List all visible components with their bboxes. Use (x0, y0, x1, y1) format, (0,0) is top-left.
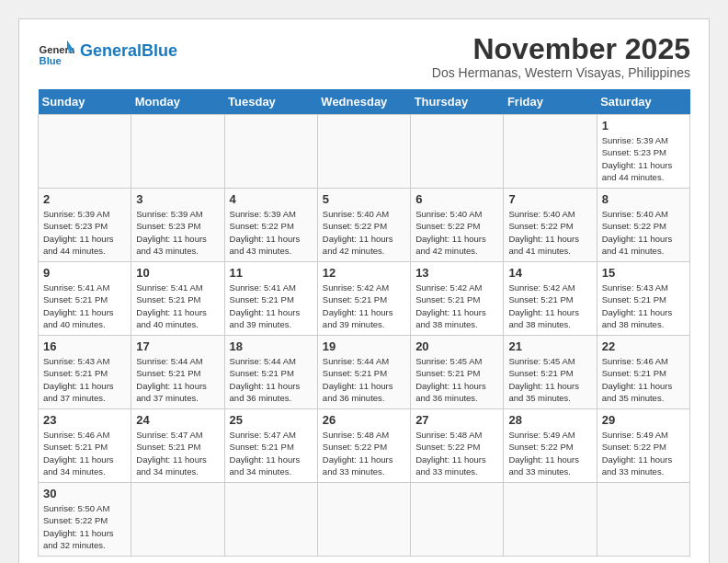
calendar-week-1: 1Sunrise: 5:39 AMSunset: 5:23 PMDaylight… (39, 115, 690, 189)
day-number: 24 (136, 413, 219, 427)
day-number: 26 (323, 413, 405, 427)
subtitle: Dos Hermanas, Western Visayas, Philippin… (432, 65, 690, 80)
calendar-cell: 21Sunrise: 5:45 AMSunset: 5:21 PMDayligh… (504, 336, 597, 409)
day-number: 20 (415, 339, 498, 353)
header-saturday: Saturday (597, 89, 689, 115)
day-info: Sunrise: 5:42 AMSunset: 5:21 PMDaylight:… (508, 282, 591, 330)
day-info: Sunrise: 5:42 AMSunset: 5:21 PMDaylight:… (323, 282, 405, 330)
day-info: Sunrise: 5:43 AMSunset: 5:21 PMDaylight:… (43, 355, 126, 404)
day-number: 25 (230, 413, 313, 427)
day-info: Sunrise: 5:40 AMSunset: 5:22 PMDaylight:… (415, 208, 498, 257)
calendar-cell: 26Sunrise: 5:48 AMSunset: 5:22 PMDayligh… (317, 409, 410, 483)
day-info: Sunrise: 5:40 AMSunset: 5:22 PMDaylight:… (323, 208, 405, 257)
day-number: 15 (602, 266, 685, 280)
day-number: 23 (43, 413, 126, 427)
header-thursday: Thursday (411, 89, 504, 115)
day-info: Sunrise: 5:39 AMSunset: 5:23 PMDaylight:… (602, 134, 685, 183)
logo-icon: General Blue (38, 33, 74, 70)
header-monday: Monday (131, 89, 224, 115)
calendar-cell: 20Sunrise: 5:45 AMSunset: 5:21 PMDayligh… (411, 336, 504, 409)
calendar-cell: 16Sunrise: 5:43 AMSunset: 5:21 PMDayligh… (39, 336, 131, 409)
calendar-cell (504, 483, 597, 557)
calendar-cell: 4Sunrise: 5:39 AMSunset: 5:22 PMDaylight… (224, 189, 317, 262)
calendar-cell (131, 115, 224, 189)
logo: General Blue GeneralBlue (38, 33, 177, 70)
header-friday: Friday (504, 89, 597, 115)
day-number: 22 (602, 339, 685, 353)
calendar-cell: 7Sunrise: 5:40 AMSunset: 5:22 PMDaylight… (504, 189, 597, 262)
day-info: Sunrise: 5:48 AMSunset: 5:22 PMDaylight:… (323, 429, 405, 477)
calendar-week-5: 23Sunrise: 5:46 AMSunset: 5:21 PMDayligh… (39, 409, 690, 483)
title-block: November 2025 Dos Hermanas, Western Visa… (432, 33, 690, 80)
calendar-cell (224, 483, 317, 557)
calendar-cell: 30Sunrise: 5:50 AMSunset: 5:22 PMDayligh… (39, 483, 131, 557)
calendar-cell: 24Sunrise: 5:47 AMSunset: 5:21 PMDayligh… (131, 409, 224, 483)
calendar-cell: 23Sunrise: 5:46 AMSunset: 5:21 PMDayligh… (39, 409, 131, 483)
calendar-cell: 17Sunrise: 5:44 AMSunset: 5:21 PMDayligh… (131, 336, 224, 409)
calendar-cell: 6Sunrise: 5:40 AMSunset: 5:22 PMDaylight… (411, 189, 504, 262)
header-tuesday: Tuesday (224, 89, 317, 115)
day-number: 5 (323, 192, 405, 206)
day-number: 28 (508, 413, 591, 427)
day-info: Sunrise: 5:39 AMSunset: 5:22 PMDaylight:… (230, 208, 313, 257)
calendar-cell (411, 483, 504, 557)
day-number: 13 (415, 266, 498, 280)
calendar-cell: 25Sunrise: 5:47 AMSunset: 5:21 PMDayligh… (224, 409, 317, 483)
day-number: 14 (508, 266, 591, 280)
day-number: 9 (43, 266, 126, 280)
calendar-week-6: 30Sunrise: 5:50 AMSunset: 5:22 PMDayligh… (39, 483, 690, 557)
day-info: Sunrise: 5:41 AMSunset: 5:21 PMDaylight:… (136, 282, 219, 330)
calendar-cell: 18Sunrise: 5:44 AMSunset: 5:21 PMDayligh… (224, 336, 317, 409)
day-number: 2 (43, 192, 126, 206)
calendar-week-4: 16Sunrise: 5:43 AMSunset: 5:21 PMDayligh… (39, 336, 690, 409)
header: General Blue GeneralBlue November 2025 D… (38, 33, 690, 80)
calendar-week-2: 2Sunrise: 5:39 AMSunset: 5:23 PMDaylight… (39, 189, 690, 262)
day-number: 19 (323, 339, 405, 353)
calendar-cell: 10Sunrise: 5:41 AMSunset: 5:21 PMDayligh… (131, 262, 224, 336)
calendar-container: General Blue GeneralBlue November 2025 D… (18, 18, 710, 563)
day-number: 12 (323, 266, 405, 280)
day-info: Sunrise: 5:49 AMSunset: 5:22 PMDaylight:… (508, 429, 591, 477)
day-info: Sunrise: 5:46 AMSunset: 5:21 PMDaylight:… (43, 429, 126, 477)
day-info: Sunrise: 5:46 AMSunset: 5:21 PMDaylight:… (602, 355, 685, 404)
calendar-table: Sunday Monday Tuesday Wednesday Thursday… (38, 89, 690, 557)
calendar-cell: 5Sunrise: 5:40 AMSunset: 5:22 PMDaylight… (317, 189, 410, 262)
calendar-cell: 22Sunrise: 5:46 AMSunset: 5:21 PMDayligh… (597, 336, 689, 409)
day-number: 7 (508, 192, 591, 206)
calendar-cell: 1Sunrise: 5:39 AMSunset: 5:23 PMDaylight… (597, 115, 689, 189)
day-number: 1 (602, 119, 685, 132)
day-info: Sunrise: 5:44 AMSunset: 5:21 PMDaylight:… (323, 355, 405, 404)
day-info: Sunrise: 5:45 AMSunset: 5:21 PMDaylight:… (508, 355, 591, 404)
calendar-week-3: 9Sunrise: 5:41 AMSunset: 5:21 PMDaylight… (39, 262, 690, 336)
day-number: 11 (230, 266, 313, 280)
calendar-cell: 3Sunrise: 5:39 AMSunset: 5:23 PMDaylight… (131, 189, 224, 262)
day-number: 27 (415, 413, 498, 427)
day-info: Sunrise: 5:45 AMSunset: 5:21 PMDaylight:… (415, 355, 498, 404)
calendar-cell: 2Sunrise: 5:39 AMSunset: 5:23 PMDaylight… (39, 189, 131, 262)
calendar-cell (597, 483, 689, 557)
day-number: 16 (43, 339, 126, 353)
calendar-cell: 8Sunrise: 5:40 AMSunset: 5:22 PMDaylight… (597, 189, 689, 262)
day-info: Sunrise: 5:39 AMSunset: 5:23 PMDaylight:… (136, 208, 219, 257)
month-title: November 2025 (432, 33, 690, 65)
calendar-cell (39, 115, 131, 189)
day-info: Sunrise: 5:40 AMSunset: 5:22 PMDaylight:… (508, 208, 591, 257)
calendar-cell: 15Sunrise: 5:43 AMSunset: 5:21 PMDayligh… (597, 262, 689, 336)
day-number: 8 (602, 192, 685, 206)
day-info: Sunrise: 5:42 AMSunset: 5:21 PMDaylight:… (415, 282, 498, 330)
day-info: Sunrise: 5:40 AMSunset: 5:22 PMDaylight:… (602, 208, 685, 257)
calendar-cell: 11Sunrise: 5:41 AMSunset: 5:21 PMDayligh… (224, 262, 317, 336)
calendar-cell (411, 115, 504, 189)
calendar-cell: 9Sunrise: 5:41 AMSunset: 5:21 PMDaylight… (39, 262, 131, 336)
calendar-cell: 27Sunrise: 5:48 AMSunset: 5:22 PMDayligh… (411, 409, 504, 483)
day-number: 3 (136, 192, 219, 206)
calendar-cell (131, 483, 224, 557)
day-number: 4 (230, 192, 313, 206)
day-info: Sunrise: 5:44 AMSunset: 5:21 PMDaylight:… (230, 355, 313, 404)
calendar-cell: 19Sunrise: 5:44 AMSunset: 5:21 PMDayligh… (317, 336, 410, 409)
calendar-cell: 13Sunrise: 5:42 AMSunset: 5:21 PMDayligh… (411, 262, 504, 336)
day-number: 21 (508, 339, 591, 353)
calendar-cell (504, 115, 597, 189)
day-info: Sunrise: 5:49 AMSunset: 5:22 PMDaylight:… (602, 429, 685, 477)
day-info: Sunrise: 5:41 AMSunset: 5:21 PMDaylight:… (230, 282, 313, 330)
